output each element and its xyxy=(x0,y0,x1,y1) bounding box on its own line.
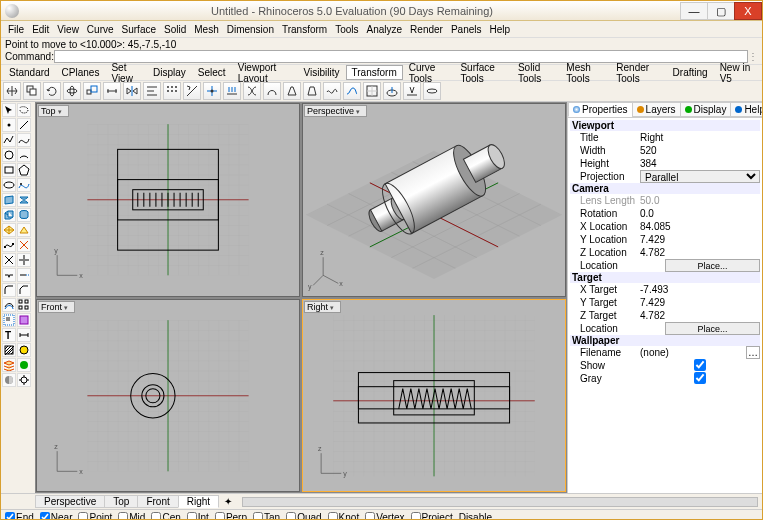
rect-icon[interactable] xyxy=(2,163,16,177)
softedit-icon[interactable] xyxy=(383,82,401,100)
tab-standard[interactable]: Standard xyxy=(3,65,56,80)
osnap-perp[interactable]: Perp xyxy=(215,512,247,521)
menu-transform[interactable]: Transform xyxy=(279,23,330,36)
point-icon[interactable] xyxy=(2,118,16,132)
curve-pts-icon[interactable] xyxy=(17,178,31,192)
ellipse-icon[interactable] xyxy=(2,178,16,192)
vtab-right[interactable]: Right xyxy=(178,495,219,508)
scale1d-icon[interactable] xyxy=(103,82,121,100)
prop-xloc[interactable]: 84.085 xyxy=(640,221,760,232)
menu-render[interactable]: Render xyxy=(407,23,446,36)
wallpaper-show-checkbox[interactable] xyxy=(640,359,760,371)
align-icon[interactable] xyxy=(143,82,161,100)
osnap-tan[interactable]: Tan xyxy=(253,512,280,521)
bend-icon[interactable] xyxy=(263,82,281,100)
taper-icon[interactable] xyxy=(283,82,301,100)
offset-icon[interactable] xyxy=(2,298,16,312)
cage-icon[interactable] xyxy=(363,82,381,100)
menu-panels[interactable]: Panels xyxy=(448,23,485,36)
osnap-near[interactable]: Near xyxy=(40,512,73,521)
menu-analyze[interactable]: Analyze xyxy=(364,23,406,36)
edit-pts-icon[interactable] xyxy=(2,238,16,252)
osnap-knot[interactable]: Knot xyxy=(328,512,360,521)
explode-icon[interactable] xyxy=(17,238,31,252)
vtab-top[interactable]: Top xyxy=(104,495,138,508)
mirror-icon[interactable] xyxy=(123,82,141,100)
tab-newinv5[interactable]: New in V5 xyxy=(714,60,760,86)
lasso-icon[interactable] xyxy=(17,103,31,117)
tab-transform[interactable]: Transform xyxy=(346,65,403,80)
pointer-icon[interactable] xyxy=(2,103,16,117)
polygon-icon[interactable] xyxy=(17,163,31,177)
smash-icon[interactable] xyxy=(403,82,421,100)
target-place-button[interactable]: Place... xyxy=(665,322,760,335)
prop-projection-select[interactable]: Parallel xyxy=(640,170,760,183)
shear-icon[interactable] xyxy=(303,82,321,100)
curve-icon[interactable] xyxy=(17,133,31,147)
circle-icon[interactable] xyxy=(2,148,16,162)
group-icon[interactable] xyxy=(2,313,16,327)
flow-icon[interactable] xyxy=(343,82,361,100)
dim-icon[interactable] xyxy=(17,328,31,342)
vtab-add-icon[interactable]: ✦ xyxy=(218,496,238,507)
maximize-button[interactable]: ▢ xyxy=(707,2,735,20)
setpoints-icon[interactable] xyxy=(203,82,221,100)
menu-view[interactable]: View xyxy=(54,23,82,36)
viewport-label-front[interactable]: Front xyxy=(38,301,75,313)
viewport-top[interactable]: Top xy xyxy=(36,103,300,297)
camera-place-button[interactable]: Place... xyxy=(665,259,760,272)
extend-icon[interactable] xyxy=(17,268,31,282)
osnap-point[interactable]: Point xyxy=(78,512,112,521)
menu-edit[interactable]: Edit xyxy=(29,23,52,36)
shade-icon[interactable] xyxy=(2,373,16,387)
array-icon[interactable] xyxy=(163,82,181,100)
vtab-front[interactable]: Front xyxy=(137,495,178,508)
move-icon[interactable] xyxy=(3,82,21,100)
box-icon[interactable] xyxy=(2,208,16,222)
viewport-label-top[interactable]: Top xyxy=(38,105,69,117)
vtab-perspective[interactable]: Perspective xyxy=(35,495,105,508)
osnap-cen[interactable]: Cen xyxy=(151,512,180,521)
surface-icon[interactable] xyxy=(2,193,16,207)
options-icon[interactable] xyxy=(17,373,31,387)
rotate-icon[interactable] xyxy=(43,82,61,100)
cylinder-icon[interactable] xyxy=(17,208,31,222)
horizontal-scrollbar[interactable] xyxy=(242,497,758,507)
fillet-icon[interactable] xyxy=(2,283,16,297)
tab-cplanes[interactable]: CPlanes xyxy=(56,65,106,80)
layers-icon[interactable] xyxy=(2,358,16,372)
hatch-icon[interactable] xyxy=(2,343,16,357)
twist-icon[interactable] xyxy=(243,82,261,100)
orient-icon[interactable] xyxy=(183,82,201,100)
osnap-quad[interactable]: Quad xyxy=(286,512,321,521)
split-icon[interactable] xyxy=(17,253,31,267)
menu-help[interactable]: Help xyxy=(487,23,514,36)
prop-zloc[interactable]: 4.782 xyxy=(640,247,760,258)
prop-rotation[interactable]: 0.0 xyxy=(640,208,760,219)
tab-meshtools[interactable]: Mesh Tools xyxy=(560,60,610,86)
tab-rendertools[interactable]: Render Tools xyxy=(610,60,666,86)
menu-curve[interactable]: Curve xyxy=(84,23,117,36)
render-icon[interactable] xyxy=(17,358,31,372)
prop-title[interactable]: Right xyxy=(640,132,760,143)
join-icon[interactable] xyxy=(2,268,16,282)
mesh-icon[interactable] xyxy=(2,223,16,237)
project-icon[interactable] xyxy=(223,82,241,100)
tab-display[interactable]: Display xyxy=(147,65,192,80)
menu-tools[interactable]: Tools xyxy=(332,23,361,36)
menu-dimension[interactable]: Dimension xyxy=(224,23,277,36)
loft-icon[interactable] xyxy=(17,193,31,207)
prop-yloc[interactable]: 7.429 xyxy=(640,234,760,245)
panel-tab-help[interactable]: Help xyxy=(730,102,763,117)
rotate3d-icon[interactable] xyxy=(63,82,81,100)
tab-select[interactable]: Select xyxy=(192,65,232,80)
prop-ztarget[interactable]: 4.782 xyxy=(640,310,760,321)
minimize-button[interactable]: — xyxy=(680,2,708,20)
panel-tab-display[interactable]: Display xyxy=(680,102,732,117)
viewport-right[interactable]: Right yz xyxy=(302,299,566,493)
block-icon[interactable] xyxy=(17,313,31,327)
copy-icon[interactable] xyxy=(23,82,41,100)
tab-visibility[interactable]: Visibility xyxy=(298,65,346,80)
menu-mesh[interactable]: Mesh xyxy=(191,23,221,36)
osnap-disable[interactable]: Disable xyxy=(459,512,492,521)
